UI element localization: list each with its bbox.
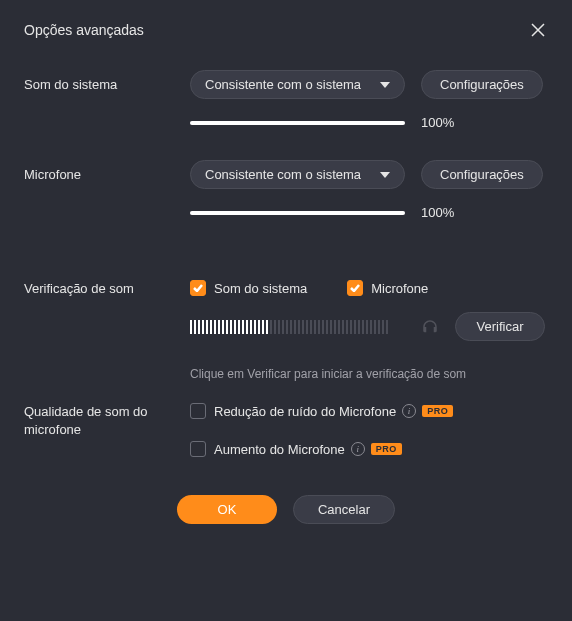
microphone-label: Microfone — [24, 167, 174, 182]
verify-button[interactable]: Verificar — [455, 312, 545, 341]
system-sound-select[interactable]: Consistente com o sistema — [190, 70, 405, 99]
microphone-volume-value: 100% — [421, 205, 471, 220]
system-sound-check-group: Som do sistema — [190, 280, 307, 296]
dialog-footer: OK Cancelar — [24, 495, 548, 524]
microphone-select[interactable]: Consistente com o sistema — [190, 160, 405, 189]
system-sound-volume-value: 100% — [421, 115, 471, 130]
chevron-down-icon — [380, 82, 390, 88]
system-sound-row: Som do sistema Consistente com o sistema… — [24, 70, 548, 99]
system-sound-slider-fill — [190, 121, 405, 125]
dialog-title: Opções avançadas — [24, 22, 144, 38]
mic-quality-label: Qualidade de som do microfone — [24, 403, 174, 439]
mic-boost-item: Aumento do Microfone i PRO — [190, 441, 548, 457]
sound-check-label: Verificação de som — [24, 281, 174, 296]
info-icon[interactable]: i — [351, 442, 365, 456]
ok-button[interactable]: OK — [177, 495, 277, 524]
cancel-button[interactable]: Cancelar — [293, 495, 395, 524]
advanced-options-dialog: Opções avançadas Som do sistema Consiste… — [0, 0, 572, 621]
sound-check-hint: Clique em Verificar para iniciar a verif… — [190, 367, 466, 381]
system-sound-checkbox[interactable] — [190, 280, 206, 296]
info-icon[interactable]: i — [402, 404, 416, 418]
close-button[interactable] — [528, 20, 548, 40]
microphone-checkbox[interactable] — [347, 280, 363, 296]
noise-reduction-checkbox[interactable] — [190, 403, 206, 419]
audio-level-meter — [190, 320, 405, 334]
close-icon — [531, 23, 545, 37]
check-icon — [193, 284, 203, 292]
microphone-volume-row: 100% — [24, 205, 548, 220]
noise-reduction-item: Redução de ruído do Microfone i PRO — [190, 403, 548, 419]
headphone-icon — [421, 318, 439, 336]
microphone-check-group: Microfone — [347, 280, 428, 296]
system-sound-volume-row: 100% — [24, 115, 548, 130]
microphone-row: Microfone Consistente com o sistema Conf… — [24, 160, 548, 189]
sound-check-row: Verificação de som Som do sistema Microf… — [24, 280, 548, 296]
dialog-header: Opções avançadas — [24, 20, 548, 40]
microphone-slider-fill — [190, 211, 405, 215]
pro-badge: PRO — [422, 405, 453, 417]
mic-boost-label: Aumento do Microfone — [214, 442, 345, 457]
mic-quality-row: Qualidade de som do microfone Redução de… — [24, 403, 548, 457]
level-meter-row: Verificar — [24, 312, 548, 341]
system-sound-label: Som do sistema — [24, 77, 174, 92]
pro-badge: PRO — [371, 443, 402, 455]
microphone-checkbox-label: Microfone — [371, 281, 428, 296]
check-icon — [350, 284, 360, 292]
system-sound-select-value: Consistente com o sistema — [205, 77, 361, 92]
noise-reduction-label: Redução de ruído do Microfone — [214, 404, 396, 419]
system-sound-settings-button[interactable]: Configurações — [421, 70, 543, 99]
microphone-settings-button[interactable]: Configurações — [421, 160, 543, 189]
mic-boost-checkbox[interactable] — [190, 441, 206, 457]
chevron-down-icon — [380, 172, 390, 178]
microphone-volume-slider[interactable] — [190, 211, 405, 215]
system-sound-checkbox-label: Som do sistema — [214, 281, 307, 296]
system-sound-volume-slider[interactable] — [190, 121, 405, 125]
microphone-select-value: Consistente com o sistema — [205, 167, 361, 182]
